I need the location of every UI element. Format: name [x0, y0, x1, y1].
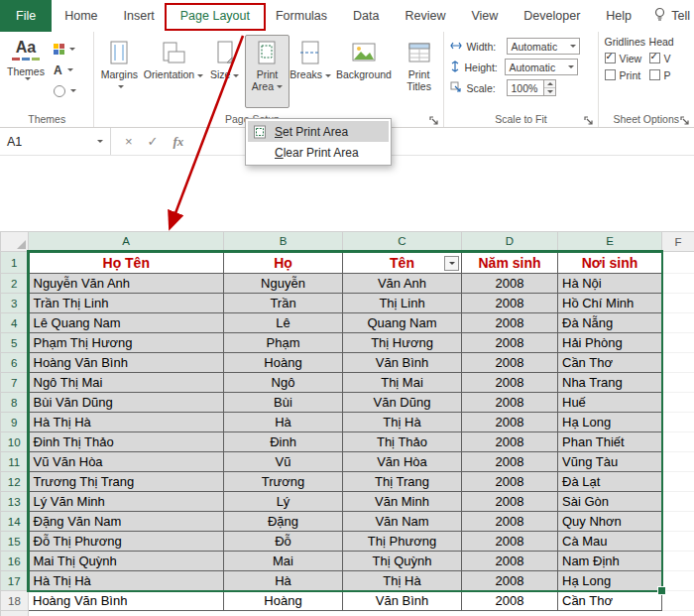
cell[interactable]: Đặng Văn Nam	[29, 512, 224, 532]
cell[interactable]: Họ	[224, 252, 343, 274]
tab-insert[interactable]: Insert	[111, 0, 168, 32]
scale-to-fit-dialog-launcher[interactable]	[584, 113, 595, 124]
cell[interactable]: Lê Quang Nam	[29, 313, 224, 333]
cell[interactable]: Hà	[224, 413, 343, 432]
cell[interactable]: Thị Hương	[343, 333, 462, 353]
cell[interactable]: Hoàng	[224, 591, 343, 611]
cell[interactable]: Vũng Tàu	[558, 452, 662, 472]
cell[interactable]	[662, 452, 694, 472]
cell[interactable]: Thị Quỳnh	[343, 552, 462, 571]
row-header-17[interactable]: 17	[1, 571, 29, 591]
cell[interactable]: Vũ Văn Hòa	[29, 452, 224, 472]
cell[interactable]: 2008	[462, 353, 558, 373]
select-all-corner[interactable]	[1, 232, 29, 252]
print-titles-button[interactable]: Print Titles	[397, 35, 442, 108]
row-header-4[interactable]: 4	[1, 313, 29, 333]
cell[interactable]: 2008	[462, 591, 558, 611]
cell[interactable]: Thị Linh	[343, 294, 462, 313]
cell[interactable]	[662, 393, 694, 413]
cell[interactable]	[343, 611, 462, 616]
row-header-6[interactable]: 6	[1, 353, 29, 373]
cell[interactable]: Huế	[558, 393, 662, 413]
tab-file[interactable]: File	[0, 0, 52, 32]
cell[interactable]	[662, 512, 694, 532]
cell[interactable]: Hạ Long	[558, 571, 662, 591]
row-header-10[interactable]: 10	[1, 432, 29, 452]
print-area-button[interactable]: Print Area	[245, 35, 290, 108]
cell[interactable]: 2008	[462, 532, 558, 552]
cell[interactable]: Phạm Thị Hương	[29, 333, 224, 353]
cell[interactable]	[462, 611, 558, 616]
cell[interactable]: Bùi Văn Dũng	[29, 393, 224, 413]
row-header-1[interactable]: 1	[1, 252, 29, 274]
cell[interactable]: Cần Thơ	[558, 591, 662, 611]
height-dropdown[interactable]: Automatic	[505, 59, 578, 75]
cell[interactable]: Văn Hòa	[343, 452, 462, 472]
cell[interactable]: Sài Gòn	[558, 492, 662, 512]
page-setup-dialog-launcher[interactable]	[429, 113, 440, 124]
row-header-5[interactable]: 5	[1, 333, 29, 353]
cell[interactable]: 2008	[462, 552, 558, 571]
column-header-B[interactable]: B	[224, 232, 343, 252]
cell[interactable]	[662, 252, 694, 274]
cell[interactable]	[662, 294, 694, 313]
cell[interactable]: Cà Mau	[558, 532, 662, 552]
orientation-button[interactable]: Orientation	[142, 35, 205, 108]
cell[interactable]	[662, 373, 694, 393]
cell[interactable]: 2008	[462, 512, 558, 532]
cell[interactable]	[662, 432, 694, 452]
cell[interactable]: Hải Phòng	[558, 333, 662, 353]
tab-formulas[interactable]: Formulas	[263, 0, 340, 32]
cell[interactable]	[662, 274, 694, 294]
cell[interactable]: Quang Nam	[343, 313, 462, 333]
row-header-13[interactable]: 13	[1, 492, 29, 512]
cell[interactable]	[662, 591, 694, 611]
themes-button[interactable]: Aa Themes	[2, 35, 50, 108]
cell[interactable]: Hà Thị Hà	[29, 413, 224, 432]
cell[interactable]: Đà Nẵng	[558, 313, 662, 333]
cell[interactable]: Văn Anh	[343, 274, 462, 294]
cell[interactable]: Nguyễn	[224, 274, 343, 294]
cell[interactable]: Phan Thiết	[558, 432, 662, 452]
cell[interactable]: Nam Định	[558, 552, 662, 571]
cell[interactable]: Hoàng Văn Bình	[29, 353, 224, 373]
cell[interactable]: Trương	[224, 472, 343, 492]
column-header-E[interactable]: E	[558, 232, 662, 252]
cell[interactable]	[29, 611, 224, 616]
column-header-D[interactable]: D	[462, 232, 558, 252]
row-header-19[interactable]	[1, 611, 29, 616]
row-header-14[interactable]: 14	[1, 512, 29, 532]
cell[interactable]: Lý	[224, 492, 343, 512]
tab-view[interactable]: View	[458, 0, 511, 32]
cell[interactable]: Quy Nhơn	[558, 512, 662, 532]
cell[interactable]: Văn Nam	[343, 512, 462, 532]
cell[interactable]: Nơi sinh	[558, 252, 662, 274]
cell[interactable]: Năm sinh	[462, 252, 558, 274]
menu-item-clear-print-area[interactable]: Clear Print Area	[248, 142, 389, 163]
cell[interactable]: 2008	[462, 413, 558, 432]
headings-view-checkbox[interactable]: V	[649, 50, 694, 66]
cell[interactable]: Thị Trang	[343, 472, 462, 492]
cell[interactable]	[662, 333, 694, 353]
cell[interactable]: Đinh Thị Thảo	[29, 432, 224, 452]
menu-item-set-print-area[interactable]: Set Print Area	[248, 121, 389, 142]
cell[interactable]: 2008	[462, 432, 558, 452]
cell[interactable]: Hoàng Văn Bình	[29, 591, 224, 611]
cell[interactable]: Hạ Long	[558, 413, 662, 432]
breaks-button[interactable]: Breaks	[289, 35, 331, 108]
gridlines-view-checkbox[interactable]: View	[605, 50, 649, 66]
cell[interactable]	[662, 492, 694, 512]
row-header-2[interactable]: 2	[1, 274, 29, 294]
theme-effects-button[interactable]	[50, 80, 83, 101]
enter-button[interactable]: ✓	[148, 134, 159, 149]
cell[interactable]: Lý Văn Minh	[29, 492, 224, 512]
cell[interactable]: Bùi	[224, 393, 343, 413]
cell[interactable]: Thị Thảo	[343, 432, 462, 452]
row-header-7[interactable]: 7	[1, 373, 29, 393]
cell[interactable]: Nguyễn Văn Anh	[29, 274, 224, 294]
cell[interactable]: Vũ	[224, 452, 343, 472]
cell[interactable]: Thị Hà	[343, 571, 462, 591]
cell[interactable]: Văn Bình	[343, 591, 462, 611]
insert-function-button[interactable]: fx	[174, 134, 184, 150]
gridlines-print-checkbox[interactable]: Print	[605, 66, 649, 83]
